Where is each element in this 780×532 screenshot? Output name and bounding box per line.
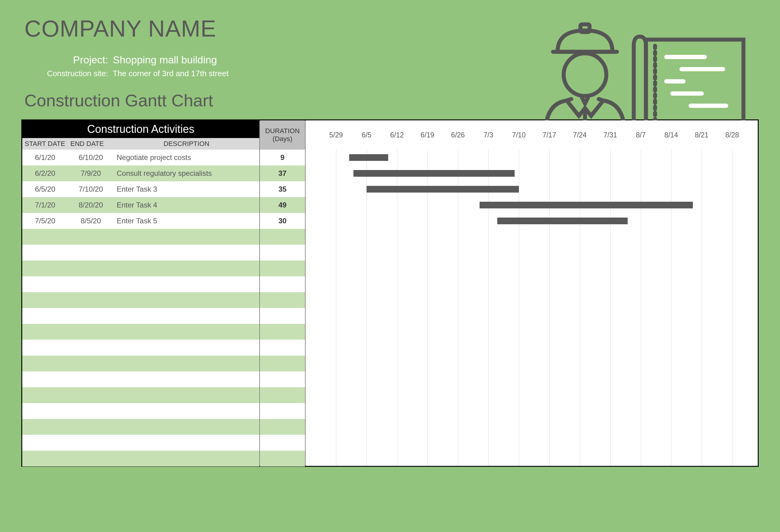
duration-cell	[260, 260, 305, 276]
gantt-body	[306, 150, 758, 466]
gantt-date-label: 6/12	[382, 131, 412, 139]
svg-rect-7	[664, 79, 686, 84]
svg-rect-5	[664, 55, 707, 59]
task-row	[22, 435, 259, 451]
gantt-date-label: 7/17	[534, 131, 565, 139]
duration-cell	[260, 324, 305, 340]
duration-cell: 49	[260, 197, 305, 213]
gridline	[397, 150, 397, 466]
duration-cell	[260, 403, 305, 419]
task-description: Enter Task 3	[114, 185, 259, 193]
duration-label2: (Days)	[261, 135, 304, 143]
gridline	[458, 150, 458, 466]
task-description: Enter Task 4	[114, 201, 259, 209]
duration-cell	[260, 229, 305, 245]
col-description: DESCRIPTION	[114, 138, 259, 150]
svg-rect-9	[689, 104, 728, 108]
site-value: The corner of 3rd and 17th street	[113, 69, 229, 78]
project-value: Shopping mall building	[113, 54, 217, 66]
duration-cell: 35	[260, 181, 305, 197]
duration-cell	[260, 340, 305, 355]
gantt-date-label: 8/7	[626, 131, 656, 139]
task-start: 7/5/20	[22, 216, 68, 225]
duration-cell	[260, 355, 305, 372]
duration-cell: 9	[260, 150, 305, 165]
gridline	[428, 150, 428, 466]
task-row	[22, 324, 259, 340]
svg-rect-6	[679, 67, 725, 71]
gantt-date-label: 8/14	[656, 131, 686, 139]
duration-panel: DURATION (Days) 937354930	[260, 120, 306, 466]
svg-point-1	[564, 53, 606, 96]
task-row: 6/5/207/10/20Enter Task 3	[22, 181, 259, 197]
gridline	[702, 150, 702, 466]
task-row: 6/1/206/10/20Negotiate project costs	[22, 150, 259, 165]
col-start-date: START DATE	[22, 138, 68, 150]
task-row	[22, 372, 259, 387]
gridline	[732, 150, 732, 466]
task-row	[22, 260, 259, 276]
duration-cell	[260, 387, 305, 403]
gridline	[488, 150, 489, 466]
gantt-chart-container: Construction Activities START DATE END D…	[21, 119, 759, 467]
gantt-bar	[353, 170, 515, 177]
gantt-panel: 5/296/56/126/196/267/37/107/177/247/318/…	[306, 120, 758, 466]
duration-label1: DURATION	[261, 127, 304, 135]
project-label: Project:	[43, 54, 113, 66]
gantt-date-label: 6/19	[412, 131, 443, 139]
gantt-bar	[367, 186, 519, 193]
task-end: 8/5/20	[68, 216, 114, 225]
task-start: 6/2/20	[22, 169, 68, 178]
duration-cell	[260, 435, 305, 451]
task-row	[22, 451, 259, 467]
task-row	[22, 308, 259, 324]
task-start: 6/1/20	[22, 153, 68, 162]
gantt-date-label: 7/3	[473, 131, 504, 139]
gantt-bar	[349, 154, 388, 161]
gridline	[610, 150, 611, 466]
task-description: Consult regulatory specialists	[114, 169, 259, 178]
duration-cell	[260, 308, 305, 324]
duration-cell	[260, 372, 305, 387]
col-end-date: END DATE	[68, 138, 114, 150]
gridline	[641, 150, 641, 466]
gantt-date-label: 7/10	[504, 131, 534, 139]
activities-panel: Construction Activities START DATE END D…	[22, 120, 260, 466]
gridline	[549, 150, 550, 466]
task-description: Negotiate project costs	[114, 153, 259, 162]
gantt-date-label: 8/28	[717, 131, 747, 139]
task-row	[22, 276, 259, 292]
duration-header: DURATION (Days)	[260, 120, 305, 150]
task-row	[22, 355, 259, 372]
activities-subheader: START DATE END DATE DESCRIPTION	[22, 138, 259, 150]
gantt-bar	[480, 202, 693, 208]
task-row	[22, 245, 259, 260]
task-start: 6/5/20	[22, 185, 68, 193]
svg-rect-8	[670, 91, 704, 96]
task-row	[22, 229, 259, 245]
task-row	[22, 340, 259, 355]
task-row: 6/2/207/9/20Consult regulatory specialis…	[22, 165, 259, 181]
task-rows: 6/1/206/10/20Negotiate project costs6/2/…	[22, 150, 259, 467]
gantt-date-label: 8/21	[686, 131, 717, 139]
task-description: Enter Task 5	[114, 216, 259, 225]
task-end: 6/10/20	[68, 153, 114, 162]
task-end: 8/20/20	[68, 201, 114, 209]
gantt-date-label: 7/31	[595, 131, 626, 139]
gridline	[671, 150, 672, 466]
duration-cell: 37	[260, 165, 305, 181]
gridline	[367, 150, 367, 466]
task-row	[22, 387, 259, 403]
task-start: 7/1/20	[22, 201, 68, 209]
duration-rows: 937354930	[260, 150, 305, 467]
task-row	[22, 292, 259, 308]
gantt-date-label: 6/5	[351, 131, 382, 139]
gantt-date-axis: 5/296/56/126/196/267/37/107/177/247/318/…	[306, 120, 758, 150]
task-row: 7/5/208/5/20Enter Task 5	[22, 213, 259, 229]
task-end: 7/10/20	[68, 185, 114, 193]
gantt-date-label: 7/24	[565, 131, 595, 139]
gridline	[519, 150, 519, 466]
duration-cell	[260, 419, 305, 435]
activities-header: Construction Activities	[22, 120, 259, 138]
task-end: 7/9/20	[68, 169, 114, 178]
